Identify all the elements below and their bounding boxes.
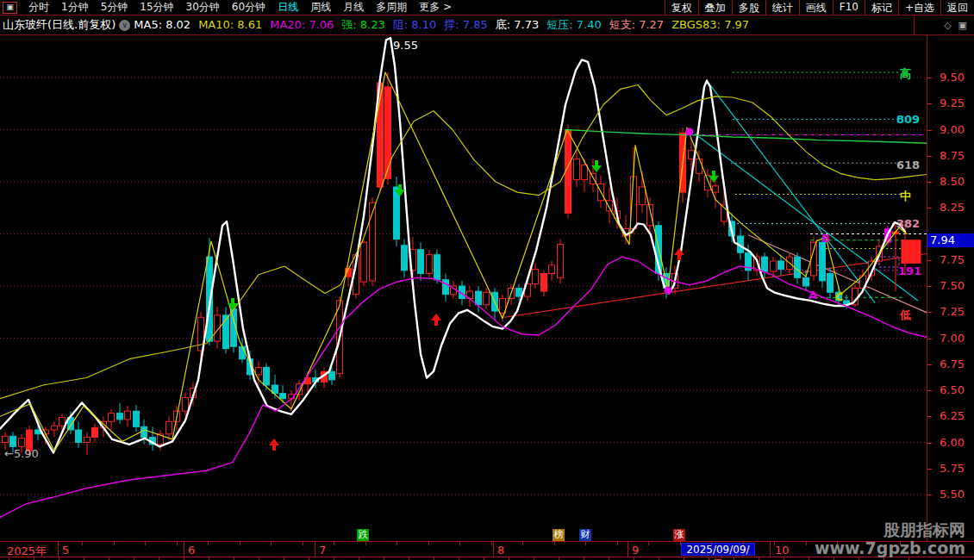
fib-level-label: 809 <box>896 113 920 126</box>
axis-tick <box>927 208 932 208</box>
indicator-infobar: 山东玻纤(日线.前复权) ∨ MA5: 8.02MA10: 8.61MA20: … <box>0 16 974 34</box>
candle[interactable] <box>361 240 367 286</box>
hot-badge-榜[interactable]: 榜 <box>553 529 565 541</box>
window-icon[interactable]: ▣ <box>3 2 17 14</box>
period-tab-2[interactable]: 1分钟 <box>55 0 95 15</box>
week-tick <box>554 542 555 545</box>
week-tick <box>114 542 115 545</box>
week-tick <box>459 542 460 545</box>
action-button-6[interactable]: F10 <box>833 0 865 15</box>
bottom-tick <box>384 557 384 560</box>
candle[interactable] <box>346 265 352 286</box>
week-tick <box>396 542 397 545</box>
axis-price-label: 6.50 <box>940 383 965 396</box>
month-label: 10 <box>775 544 790 557</box>
candle[interactable] <box>492 288 498 319</box>
candle[interactable] <box>574 151 580 187</box>
axis-tick <box>927 469 932 470</box>
bottom-tick <box>809 557 809 560</box>
action-button-7[interactable]: 标记 <box>865 0 899 15</box>
week-tick <box>585 542 586 545</box>
period-tab-8[interactable]: 周线 <box>304 0 337 15</box>
candle[interactable] <box>549 261 555 281</box>
candle[interactable] <box>820 237 826 288</box>
wave-letter-label: B <box>821 232 830 245</box>
candle[interactable] <box>92 424 98 443</box>
candle[interactable] <box>223 307 229 353</box>
candle[interactable] <box>150 426 156 451</box>
candle[interactable] <box>696 151 702 182</box>
candle[interactable] <box>158 430 164 451</box>
watermark: 股朋指标网 www.7gpzb.com <box>815 521 965 557</box>
candle[interactable] <box>370 197 376 286</box>
axis-tick <box>927 364 932 365</box>
period-tab-3[interactable]: 5分钟 <box>95 0 134 15</box>
indicator-value-10: ZBGS83: 7.97 <box>671 18 749 31</box>
candlestick-chart-canvas[interactable]: ABC <box>0 35 927 542</box>
candle[interactable] <box>631 147 637 233</box>
indicator-values: MA5: 8.02MA10: 8.61MA20: 7.06强: 8.23阻: 8… <box>134 17 757 33</box>
candle[interactable] <box>109 409 115 430</box>
axis-tick <box>927 78 932 78</box>
bottom-tick <box>734 557 734 560</box>
bottom-tick <box>259 557 259 560</box>
dropdown-icon[interactable]: ∨ <box>119 20 130 31</box>
period-tab-4[interactable]: 15分钟 <box>134 0 179 15</box>
candle[interactable] <box>541 271 547 296</box>
candle[interactable] <box>52 421 58 437</box>
action-button-5[interactable]: 画线 <box>799 0 834 15</box>
indicator-value-4: 强: 8.23 <box>341 18 384 31</box>
candle[interactable] <box>166 416 172 440</box>
candle[interactable] <box>402 240 408 278</box>
period-tab-7[interactable]: 日线 <box>272 0 304 15</box>
buy-arrow-icon <box>431 314 441 326</box>
candle[interactable] <box>76 421 82 447</box>
candle[interactable] <box>443 273 449 302</box>
candle[interactable] <box>117 403 123 424</box>
indicator-value-1: MA5: 8.02 <box>134 18 190 31</box>
period-tab-9[interactable]: 月线 <box>337 0 370 15</box>
candle[interactable] <box>558 240 564 284</box>
action-button-9[interactable]: 返回 <box>940 0 974 15</box>
month-label: 6 <box>188 544 195 557</box>
candle[interactable] <box>647 197 653 233</box>
week-tick <box>522 542 523 545</box>
hot-badge-财[interactable]: 财 <box>579 529 591 541</box>
wave-letter-label: C <box>835 290 844 303</box>
candle[interactable] <box>582 159 588 192</box>
candle[interactable] <box>762 252 768 277</box>
indicator-line-yellow-ma <box>0 85 927 399</box>
week-tick <box>743 542 744 545</box>
action-button-8[interactable]: +自选 <box>898 0 941 15</box>
week-tick <box>806 542 807 545</box>
candle[interactable] <box>134 405 140 432</box>
period-tab-11[interactable]: 更多 > <box>413 0 458 15</box>
month-separator <box>184 542 184 557</box>
action-button-3[interactable]: 多股 <box>732 0 766 15</box>
diamond-icon[interactable]: ◇ <box>944 20 951 31</box>
candle[interactable] <box>893 223 899 291</box>
layout-icon[interactable]: ▣ <box>958 20 967 31</box>
month-separator <box>58 542 59 557</box>
axis-price-label: 8.25 <box>940 201 965 214</box>
axis-tick <box>927 103 932 104</box>
hot-badge-涨[interactable]: 涨 <box>673 529 685 541</box>
candle[interactable] <box>125 406 131 426</box>
hot-badge-跌[interactable]: 跌 <box>357 529 369 541</box>
action-button-1[interactable]: 复权 <box>665 0 699 15</box>
candle[interactable] <box>533 263 539 288</box>
candle[interactable] <box>484 288 490 308</box>
candle[interactable] <box>427 250 433 278</box>
bottom-tick <box>159 557 159 560</box>
period-tab-5[interactable]: 30分钟 <box>180 0 226 15</box>
candle[interactable] <box>84 432 91 455</box>
candle[interactable] <box>418 242 424 281</box>
axis-tick <box>927 339 932 339</box>
action-button-4[interactable]: 统计 <box>765 0 800 15</box>
period-tab-6[interactable]: 60分钟 <box>226 0 272 15</box>
week-tick <box>82 542 83 545</box>
action-button-2[interactable]: 叠加 <box>698 0 733 15</box>
period-tab-10[interactable]: 多周期 <box>370 0 413 15</box>
axis-tick <box>927 312 932 313</box>
period-tab-1[interactable]: 分时 <box>22 0 55 15</box>
